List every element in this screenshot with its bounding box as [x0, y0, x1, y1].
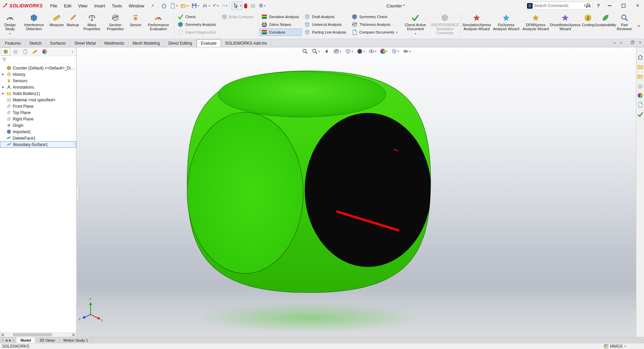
tab-solidworks-add-ins[interactable]: SOLIDWORKS Add-Ins	[221, 40, 271, 47]
measure-button[interactable]: Measure	[49, 12, 65, 28]
tab-mesh-modeling[interactable]: Mesh Modeling	[128, 40, 164, 47]
filter-funnel-icon[interactable]	[2, 57, 7, 62]
panel-horizontal-scrollbar[interactable]: ◀ ▶	[0, 332, 76, 337]
open-dropdown-arrow[interactable]: ▾	[187, 4, 189, 7]
expand-arrow-icon[interactable]: ▶	[1, 92, 5, 95]
section-view-button[interactable]: ▾	[333, 48, 341, 54]
zoom-to-area-button[interactable]: ▾	[312, 48, 320, 54]
manager-tabs-expand-arrow[interactable]: ›	[70, 49, 75, 54]
zoom-to-fit-button[interactable]	[302, 48, 308, 54]
menu-window[interactable]: Window	[125, 2, 148, 10]
displaymanager-tab[interactable]	[40, 48, 49, 55]
undercut-analysis-button[interactable]: Undercut Analysis	[303, 21, 349, 28]
parting-line-analysis-button[interactable]: Parting Line Analysis	[303, 29, 349, 36]
die-black-face[interactable]	[305, 113, 431, 267]
pane-collapse-left-icon[interactable]: «	[613, 41, 615, 45]
panel-splitter-handle[interactable]: ⋮	[76, 185, 79, 201]
previous-view-button[interactable]	[323, 48, 329, 54]
simulationxpress-wizard-button[interactable]: SimulationXpress Analysis Wizard	[462, 12, 491, 32]
tab-3d-views[interactable]: 3D Views	[36, 337, 59, 343]
appearances-scenes-icon[interactable]	[638, 93, 643, 98]
menu-file[interactable]: File	[47, 2, 60, 10]
tree-root-part[interactable]: Counter (Default) <<Default>_Display	[0, 65, 76, 71]
expand-arrow-icon[interactable]: ▶	[1, 86, 5, 89]
undo-button[interactable]: ↶▾	[212, 2, 220, 9]
tab-evaluate[interactable]: Evaluate	[197, 39, 221, 47]
apply-scene-button[interactable]: ▾	[391, 48, 399, 54]
deviation-analysis-button[interactable]: Deviation Analysis	[260, 13, 302, 20]
close-button[interactable]: ×	[633, 1, 642, 10]
redo-dropdown-arrow[interactable]: ▾	[226, 4, 227, 7]
print-dropdown-arrow[interactable]: ▾	[209, 4, 210, 7]
search-input[interactable]	[534, 3, 582, 8]
menu-pin-icon[interactable]	[150, 4, 155, 8]
tree-item-imported1[interactable]: Imported1	[0, 129, 76, 135]
select-dropdown-arrow[interactable]: ▾	[240, 4, 241, 7]
curvature-button[interactable]: Curvature	[260, 29, 302, 36]
options-button[interactable]: ⚙▾	[258, 2, 266, 10]
maximize-button[interactable]	[619, 1, 628, 10]
tree-item-right-plane[interactable]: Right Plane	[0, 116, 76, 122]
tree-item-sensors[interactable]: Sensors	[0, 78, 76, 84]
tree-item-origin[interactable]: Origin	[0, 122, 76, 129]
propertymanager-tab[interactable]	[11, 48, 20, 55]
compare-documents-button[interactable]: Compare Documents ▾	[350, 29, 400, 36]
undo-dropdown-arrow[interactable]: ▾	[217, 4, 219, 7]
check-active-document-button[interactable]: Check Active Document ▾	[400, 12, 430, 37]
tab-model[interactable]: Model	[16, 337, 36, 343]
tab-surfaces[interactable]: Surfaces	[46, 40, 70, 47]
hide-show-items-button[interactable]: ▾	[368, 48, 376, 54]
3dexperience-simulation-connector-button[interactable]: 3DEXPERIENCE Simulation Connector	[430, 12, 460, 36]
tab-sketch[interactable]: Sketch	[25, 40, 46, 47]
user-account-icon[interactable]	[585, 3, 591, 9]
part-reviewer-button[interactable]: Part Reviewer	[614, 12, 634, 32]
symmetry-check-button[interactable]: Symmetry Check	[350, 13, 400, 20]
doc-close-button[interactable]: ×	[639, 40, 641, 45]
help-icon[interactable]: ?	[597, 3, 600, 8]
dfmxpress-wizard-button[interactable]: DFMXpress Analysis Wizard	[521, 12, 550, 32]
tree-item-deleteface1[interactable]: DeleteFace1	[0, 135, 76, 141]
view-orientation-button[interactable]: ▾	[345, 48, 353, 54]
featuremanager-tree-tab[interactable]	[1, 48, 10, 55]
units-selector[interactable]: MMGS ▾	[604, 344, 626, 349]
design-study-dropdown-arrow[interactable]: ▾	[9, 32, 11, 36]
new-document-button[interactable]: ▾	[169, 2, 179, 10]
draft-analysis-button[interactable]: Draft Analysis	[303, 13, 349, 20]
menu-view[interactable]: View	[75, 2, 91, 10]
tab-scroll-prev-button[interactable]: ◀	[4, 339, 8, 342]
mass-properties-button[interactable]: Mass Properties	[81, 12, 103, 32]
tab-scroll-last-button[interactable]: »	[12, 339, 15, 342]
design-library-icon[interactable]	[637, 64, 643, 70]
sustainability-button[interactable]: Sustainability	[596, 12, 614, 28]
menu-edit[interactable]: Edit	[60, 2, 74, 10]
markup-button[interactable]: Markup	[65, 12, 81, 28]
display-style-button[interactable]: ▾	[357, 48, 365, 54]
tab-motion-study-1[interactable]: Motion Study 1	[59, 337, 92, 343]
custom-properties-icon[interactable]	[637, 102, 643, 108]
dimxpertmanager-tab[interactable]	[30, 48, 39, 55]
search-commands-box[interactable]: ▾	[525, 2, 592, 10]
check-active-document-dropdown-arrow[interactable]: ▾	[415, 32, 416, 36]
costing-button[interactable]: Costing	[580, 12, 596, 28]
save-button[interactable]: ▾	[190, 2, 200, 10]
model-3d-view[interactable]: Y x z	[77, 47, 636, 337]
pane-collapse-right-icon[interactable]: »	[620, 41, 622, 45]
floxpress-wizard-button[interactable]: FloXpress Analysis Wizard	[491, 12, 521, 32]
tree-item-annotations[interactable]: ▶ Annotations	[0, 84, 76, 90]
file-explorer-icon[interactable]	[637, 73, 643, 80]
section-properties-button[interactable]: Section Properties	[103, 12, 128, 32]
select-tool-button[interactable]: ▾	[232, 1, 243, 10]
geometry-analysis-button[interactable]: Geometry Analysis	[176, 21, 219, 28]
zebra-stripes-button[interactable]: Zebra Stripes	[260, 21, 302, 28]
tab-weldments[interactable]: Weldments	[100, 40, 128, 47]
driveworksxpress-wizard-button[interactable]: DriveWorksXpress Wizard	[550, 12, 580, 32]
graphics-viewport[interactable]: Y x z ▾ ▾ ▾ ▾ ▾ ▾ ▾ ▾	[77, 47, 636, 337]
doc-restore-button[interactable]	[631, 41, 634, 44]
thickness-analysis-button[interactable]: Thickness Analysis	[350, 21, 400, 28]
menu-tools[interactable]: Tools	[108, 2, 125, 10]
design-study-button[interactable]: Design Study ▾	[1, 12, 19, 37]
open-button[interactable]: ▾	[179, 2, 190, 10]
ribbon-overflow-chevron[interactable]: »	[634, 23, 643, 28]
import-diagnostics-button[interactable]: Import Diagnostics	[176, 29, 219, 36]
tree-item-front-plane[interactable]: Front Plane	[0, 103, 76, 109]
